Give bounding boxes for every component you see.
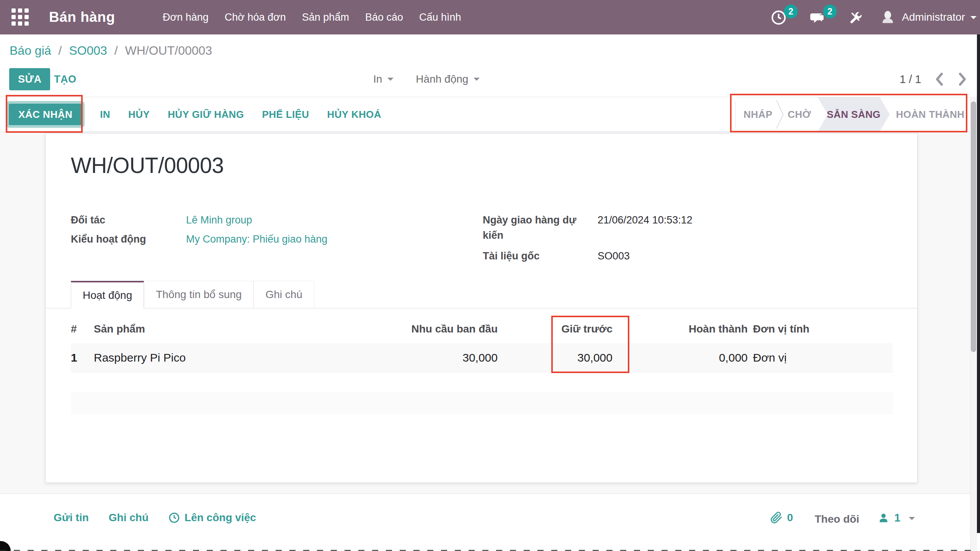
breadcrumb-so003[interactable]: SO003: [69, 44, 107, 57]
follow-button[interactable]: Theo dõi: [815, 513, 859, 525]
chatter: Gửi tin Ghi chú Lên công việc 0 Theo dõi…: [0, 494, 978, 551]
form-statusbar-row: XÁC NHẬN IN HỦY HỦY GIỮ HÀNG PHẾ LIỆU HỦ…: [0, 97, 978, 132]
operations-table: # Sản phẩm Nhu cầu ban đầu Giữ trước Hoà…: [71, 315, 893, 372]
edit-button[interactable]: SỬA: [9, 68, 50, 90]
schedule-clock-icon: [168, 512, 180, 523]
notebook-tabs: Hoạt động Thông tin bổ sung Ghi chú: [46, 281, 917, 308]
tab-operations[interactable]: Hoạt động: [71, 281, 144, 308]
user-caret-icon: [970, 16, 977, 22]
pager: 1 / 1: [900, 68, 967, 90]
unreserve-button[interactable]: HỦY GIỮ HÀNG: [168, 109, 244, 121]
status-step-done[interactable]: HOÀN THÀNH: [890, 97, 971, 132]
breadcrumb-separator: /: [54, 44, 65, 57]
action-label: Hành động: [416, 73, 468, 85]
chatter-buttons: Gửi tin Ghi chú Lên công việc: [54, 512, 256, 524]
source-document-value: SO003: [598, 248, 630, 264]
pager-previous-icon[interactable]: [935, 72, 944, 86]
col-header-index: #: [71, 323, 94, 335]
activities-badge[interactable]: 2: [784, 5, 798, 18]
user-name: Administrator: [902, 11, 965, 23]
scheduled-date-label: Ngày giao hàng dự kiến: [483, 212, 577, 243]
print-picking-button[interactable]: IN: [100, 109, 110, 121]
followers-caret-icon: [909, 517, 915, 523]
unlock-button[interactable]: HỦY KHOÁ: [327, 109, 381, 121]
messages-badge[interactable]: 2: [823, 5, 837, 18]
col-header-initial-demand: Nhu cầu ban đầu: [306, 323, 498, 335]
schedule-activity-button[interactable]: Lên công việc: [168, 512, 256, 524]
cell-product[interactable]: Raspberry Pi Pico: [94, 351, 306, 364]
cancel-button[interactable]: HỦY: [128, 109, 150, 121]
operation-type-value-link[interactable]: My Company: Phiếu giao hàng: [186, 231, 327, 247]
support-wrench-icon[interactable]: [848, 11, 865, 28]
partner-value-link[interactable]: Lê Minh group: [186, 212, 252, 228]
cell-index: 1: [71, 351, 94, 364]
top-navbar: Bán hàng Đơn hàng Chờ hóa đơn Sản phẩm B…: [0, 0, 980, 34]
print-label: In: [373, 73, 382, 85]
menu-configuration[interactable]: Cấu hình: [419, 11, 461, 23]
tab-additional-info[interactable]: Thông tin bổ sung: [144, 281, 253, 308]
cell-uom: Đơn vị: [748, 351, 893, 364]
action-caret-icon: [474, 78, 480, 84]
breadcrumb-separator: /: [111, 44, 122, 57]
statusbar: NHÁP CHỜ SẴN SÀNG HOÀN THÀNH: [735, 97, 971, 132]
app-title[interactable]: Bán hàng: [49, 9, 115, 25]
document-actions: In Hành động: [373, 68, 480, 90]
action-dropdown[interactable]: Hành động: [416, 73, 480, 85]
col-header-done: Hoàn thành: [612, 323, 748, 335]
breadcrumb-current: WH/OUT/00003: [125, 44, 212, 57]
source-document-label: Tài liệu gốc: [483, 248, 540, 264]
cell-done[interactable]: 0,000: [612, 351, 748, 364]
breadcrumb-quotations[interactable]: Báo giá: [10, 44, 51, 57]
tab-note[interactable]: Ghi chú: [253, 281, 314, 308]
table-header-row: # Sản phẩm Nhu cầu ban đầu Giữ trước Hoà…: [71, 315, 893, 343]
followers-count: 1: [894, 512, 900, 524]
followers-button[interactable]: 1: [877, 512, 915, 524]
col-header-reserved: Giữ trước: [498, 323, 612, 335]
apps-menu-icon[interactable]: [11, 8, 30, 26]
menu-orders[interactable]: Đơn hàng: [163, 11, 209, 23]
document-sheet: WH/OUT/00003 Đối tác Lê Minh group Kiểu …: [45, 133, 918, 483]
send-message-button[interactable]: Gửi tin: [54, 512, 89, 524]
menu-reporting[interactable]: Báo cáo: [365, 11, 403, 23]
confirm-button[interactable]: XÁC NHẬN: [9, 104, 82, 125]
scheduled-date-value: 21/06/2024 10:53:12: [598, 212, 693, 228]
attachments-button[interactable]: 0: [770, 512, 793, 524]
operation-type-label: Kiểu hoạt động: [71, 231, 146, 247]
print-caret-icon: [387, 78, 394, 84]
menu-products[interactable]: Sản phẩm: [302, 11, 349, 23]
pager-value: 1 / 1: [900, 73, 921, 86]
document-title: WH/OUT/00003: [71, 153, 224, 178]
table-empty-stripe: [71, 392, 893, 414]
col-header-product: Sản phẩm: [94, 323, 306, 335]
cell-initial-demand[interactable]: 30,000: [306, 351, 498, 364]
main-menu: Đơn hàng Chờ hóa đơn Sản phẩm Báo cáo Cấ…: [163, 0, 461, 34]
screen-edge-strip: [977, 34, 980, 533]
user-avatar: [879, 8, 897, 26]
form-action-buttons: XÁC NHẬN IN HỦY HỦY GIỮ HÀNG PHẾ LIỆU HỦ…: [9, 97, 381, 132]
paperclip-icon: [770, 512, 782, 524]
log-note-button[interactable]: Ghi chú: [109, 512, 149, 524]
status-step-draft[interactable]: NHÁP: [735, 97, 781, 132]
status-step-waiting[interactable]: CHỜ: [781, 97, 818, 132]
partner-label: Đối tác: [71, 212, 105, 228]
schedule-activity-label: Lên công việc: [185, 512, 256, 524]
control-panel: Báo giá / SO003 / WH/OUT/00003 SỬA TẠO I…: [0, 34, 978, 97]
follower-person-icon: [877, 512, 890, 524]
form-view: WH/OUT/00003 Đối tác Lê Minh group Kiểu …: [0, 132, 978, 494]
scrap-button[interactable]: PHẾ LIỆU: [262, 109, 309, 121]
user-menu[interactable]: Administrator: [879, 0, 977, 34]
status-step-ready[interactable]: SẴN SÀNG: [818, 97, 890, 132]
table-row[interactable]: 1 Raspberry Pi Pico 30,000 30,000 0,000 …: [71, 343, 893, 372]
cell-reserved[interactable]: 30,000: [498, 351, 612, 364]
col-header-uom: Đơn vị tính: [748, 323, 893, 335]
breadcrumb: Báo giá / SO003 / WH/OUT/00003: [10, 44, 212, 58]
menu-to-invoice[interactable]: Chờ hóa đơn: [225, 11, 286, 23]
scrollbar-thumb[interactable]: [971, 101, 976, 352]
pager-next-icon[interactable]: [958, 72, 967, 86]
create-button[interactable]: TẠO: [54, 68, 77, 90]
attachment-count: 0: [787, 512, 793, 524]
print-dropdown[interactable]: In: [373, 73, 394, 85]
